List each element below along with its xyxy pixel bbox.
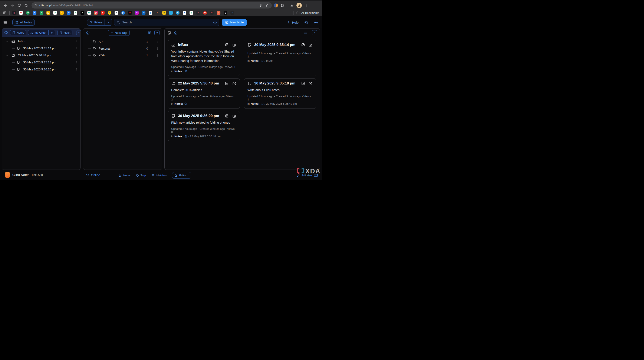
open-note-icon[interactable] xyxy=(225,81,229,85)
favicon-color-wheel[interactable]: ◔ xyxy=(156,11,159,15)
online-status[interactable]: Online xyxy=(85,173,100,177)
extension-swirl-icon[interactable] xyxy=(274,3,278,7)
favicon-green-grid[interactable]: ⊞ xyxy=(190,11,193,15)
tag-menu-icon[interactable] xyxy=(156,54,159,57)
tags-home-icon[interactable] xyxy=(86,31,90,35)
help-button[interactable]: Help xyxy=(287,20,298,24)
sort-order-button[interactable] xyxy=(48,30,55,35)
tree-item-note[interactable]: 30 May 2025 9:36:20 pm xyxy=(2,66,80,73)
favicon-gmail[interactable]: M xyxy=(19,11,23,15)
tag-menu-icon[interactable] xyxy=(156,40,159,44)
tree-item-inbox[interactable]: InBox xyxy=(2,38,80,45)
favicon-amazon[interactable]: a xyxy=(114,11,118,15)
favicon-yellow-app[interactable]: ◆ xyxy=(162,11,166,15)
favicon-google-calendar[interactable]: 27 xyxy=(67,11,70,15)
edit-note-icon[interactable] xyxy=(232,43,236,47)
favicon-orange-c[interactable]: C xyxy=(217,11,220,15)
home-icon[interactable] xyxy=(260,59,264,62)
favicon-google-drive[interactable]: ▲ xyxy=(74,11,77,15)
statusbar-notes-button[interactable]: Notes xyxy=(118,174,130,177)
favicon-google-chat[interactable]: ❝ xyxy=(53,11,57,15)
favicon-google-sheets[interactable]: + xyxy=(40,11,43,15)
favicon-telegram[interactable]: ➤ xyxy=(176,11,180,15)
all-bookmarks-button[interactable]: All Bookmarks xyxy=(296,11,319,14)
filters-button[interactable]: Filters xyxy=(87,19,104,25)
home-icon[interactable] xyxy=(184,69,188,73)
notes-home-icon[interactable] xyxy=(4,31,8,35)
item-menu-icon[interactable] xyxy=(74,67,78,71)
extensions-puzzle-icon[interactable] xyxy=(280,3,284,7)
statusbar-tags-button[interactable]: Tags xyxy=(136,174,146,177)
tag-menu-icon[interactable] xyxy=(156,47,159,50)
settings-gear-icon[interactable] xyxy=(314,20,318,24)
home-icon[interactable] xyxy=(184,102,188,105)
close-tags-panel-button[interactable] xyxy=(154,30,160,35)
list-view-icon[interactable] xyxy=(304,31,308,35)
favicon-google-slides[interactable]: ▢ xyxy=(46,11,50,15)
browser-home-button[interactable] xyxy=(22,2,30,9)
favicon-xda[interactable]: {} xyxy=(12,11,16,15)
editor-1-button[interactable]: Editor 1 xyxy=(172,172,191,179)
favicon-flipkart[interactable]: f xyxy=(108,11,112,15)
favicon-torii[interactable]: π xyxy=(203,11,207,15)
close-notes-panel-button[interactable] xyxy=(76,30,81,35)
open-note-icon[interactable] xyxy=(225,43,229,47)
app-menu-icon[interactable] xyxy=(3,20,8,25)
chevron-down-icon[interactable] xyxy=(5,39,9,43)
address-bar[interactable]: clibu.app/notes/MJGyA-Kxx8dIRL1ObiSol xyxy=(32,2,272,8)
favicon-crunchbase[interactable]: cb xyxy=(26,11,30,15)
open-note-icon[interactable] xyxy=(225,114,229,118)
site-settings-icon[interactable] xyxy=(34,3,38,7)
filters-dropdown-button[interactable] xyxy=(105,19,112,25)
my-order-button[interactable]: My Order xyxy=(28,30,48,35)
favicon-blue-chat[interactable]: … xyxy=(169,11,173,15)
note-card[interactable]: 30 May 2025 9:35:18 pm Write about Clibu… xyxy=(244,78,316,109)
profile-avatar[interactable] xyxy=(296,3,302,8)
item-menu-icon[interactable] xyxy=(74,46,78,50)
tag-row-ap[interactable]: AP 1 xyxy=(83,38,162,45)
all-notes-button[interactable]: All Notes xyxy=(12,19,35,25)
install-app-icon[interactable] xyxy=(258,3,262,7)
favicon-lightning[interactable]: ϟ xyxy=(230,11,234,15)
notes-view-button[interactable]: Notes xyxy=(10,30,26,35)
favicon-netflix[interactable]: N xyxy=(128,11,132,15)
search-input[interactable] xyxy=(122,20,211,24)
edit-note-icon[interactable] xyxy=(308,81,313,85)
clear-search-icon[interactable] xyxy=(213,20,217,24)
new-note-button[interactable]: New Note xyxy=(222,19,247,26)
favicon-ai-star[interactable]: ✦ xyxy=(135,11,139,15)
bookmark-star-icon[interactable] xyxy=(265,3,269,7)
favicon-linkedin[interactable]: in xyxy=(142,11,146,15)
favicon-red-dots-2[interactable]: ⁙ xyxy=(210,11,214,15)
item-menu-icon[interactable] xyxy=(74,60,78,64)
note-card[interactable]: 22 May 2025 5:36:48 pm Complete XDA arti… xyxy=(168,78,240,109)
favicon-google-docs[interactable]: ≡ xyxy=(33,11,36,15)
favicon-google-keep[interactable]: ○ xyxy=(60,11,64,15)
favicon-x-twitter[interactable]: X xyxy=(80,11,84,15)
theme-toggle-icon[interactable] xyxy=(304,20,308,24)
home-icon[interactable] xyxy=(184,135,188,138)
edit-note-icon[interactable] xyxy=(232,81,236,85)
tree-item-note[interactable]: 30 May 2025 9:35:14 pm xyxy=(2,45,80,52)
browser-refresh-button[interactable] xyxy=(16,2,22,9)
favicon-youtube[interactable]: ▶ xyxy=(101,11,104,15)
note-card[interactable]: 30 May 2025 9:35:14 pm Updated 3 hours a… xyxy=(244,40,316,76)
home-icon[interactable] xyxy=(260,102,264,105)
item-menu-icon[interactable] xyxy=(74,39,78,43)
note-card[interactable]: 30 May 2025 9:36:20 pm Pitch new article… xyxy=(168,111,240,141)
tags-grid-view-icon[interactable] xyxy=(148,31,152,35)
downloads-icon[interactable] xyxy=(290,3,294,7)
chevron-down-icon[interactable] xyxy=(5,54,9,57)
open-note-icon[interactable] xyxy=(301,43,305,47)
favicon-blue-gem[interactable]: ❖ xyxy=(183,11,186,15)
browser-menu-icon[interactable] xyxy=(304,3,308,7)
close-cards-panel-button[interactable] xyxy=(312,30,317,35)
favicon-red-dots[interactable]: ⁙ xyxy=(196,11,200,15)
tag-row-personal[interactable]: Personal 0 xyxy=(83,45,162,52)
hoist-button[interactable]: Hoist xyxy=(57,30,72,35)
favicon-instagram[interactable]: ◎ xyxy=(94,11,98,15)
cards-home-icon[interactable] xyxy=(174,31,178,35)
favicon-phone[interactable]: ▯ xyxy=(224,11,227,15)
item-menu-icon[interactable] xyxy=(74,53,78,57)
favicon-photo-album[interactable]: ▦ xyxy=(149,11,152,15)
